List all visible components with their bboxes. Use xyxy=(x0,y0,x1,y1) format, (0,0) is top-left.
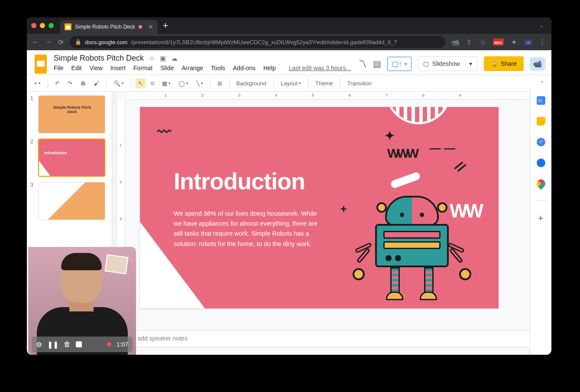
recording-dot-icon xyxy=(139,25,142,29)
reload-button[interactable]: ⟳ xyxy=(58,38,64,46)
maps-icon[interactable] xyxy=(535,178,547,190)
robot-arm-icon xyxy=(355,246,376,276)
browser-menu-icon[interactable]: ⋮ xyxy=(538,38,546,46)
undo-button[interactable]: ↶ xyxy=(52,78,62,88)
thumbnail-row[interactable]: 3 xyxy=(30,182,108,220)
google-slides-logo-icon[interactable] xyxy=(33,54,49,75)
pause-button[interactable]: ❚❚ xyxy=(47,340,58,349)
tab-title: Simple Robots Pitch Deck xyxy=(75,24,135,30)
new-tab-button[interactable]: + xyxy=(163,20,168,31)
menu-view[interactable]: View xyxy=(90,65,103,71)
url-input[interactable]: 🔒 docs.google.com/presentation/d/1y7LSB2… xyxy=(70,36,445,48)
menu-edit[interactable]: Edit xyxy=(71,65,82,71)
slide-canvas[interactable]: 〰 ✦ — — WWW // + WW Introduction We spen… xyxy=(140,107,499,308)
menu-addons[interactable]: Add-ons xyxy=(233,65,256,71)
menu-file[interactable]: File xyxy=(54,65,64,71)
new-slide-button[interactable]: +▾ xyxy=(31,78,43,88)
star-icon[interactable]: ☆ xyxy=(149,55,155,62)
comments-icon[interactable]: ▤ xyxy=(373,58,381,69)
recording-indicator-icon xyxy=(107,342,111,347)
toolbar: +▾ ↶ ↷ 🖶 🖌 🔍▾ ↖ ⧈ ▦▾ ◯▾ ╲▾ ⊞ Background … xyxy=(27,75,551,92)
webcam-overlay[interactable]: ⚙ ❚❚ 🗑 1:07 xyxy=(28,247,136,355)
slide-title-text[interactable]: Introduction xyxy=(174,168,305,194)
collapse-toolbar-button[interactable]: ⌃ xyxy=(537,78,547,88)
squiggle-decoration: 〰 xyxy=(157,124,171,140)
thumbnail-row[interactable]: 1 Simple Robots Pitch Deck xyxy=(30,95,108,133)
slideshow-button[interactable]: ▢ Slideshow ▾ xyxy=(418,56,478,71)
thumbnail-slide-2[interactable]: Introduction xyxy=(38,139,105,177)
chevron-down-icon[interactable]: ▾ xyxy=(465,60,472,67)
bookmark-star-icon[interactable]: ☆ xyxy=(479,38,487,46)
delete-button[interactable]: 🗑 xyxy=(64,340,71,348)
select-tool-button[interactable]: ↖ xyxy=(136,78,146,88)
calendar-icon[interactable] xyxy=(537,96,545,105)
layout-button[interactable]: Layout▾ xyxy=(278,78,304,88)
menu-slide[interactable]: Slide xyxy=(160,65,174,71)
share-label: Share xyxy=(501,60,517,67)
keep-icon[interactable] xyxy=(537,117,545,126)
lock-icon: 🔒 xyxy=(491,60,498,67)
recording-controls: ⚙ ❚❚ 🗑 1:07 xyxy=(32,337,133,352)
add-addon-button[interactable]: + xyxy=(538,213,544,224)
transition-button[interactable]: Transition xyxy=(345,78,375,88)
thumbnail-number: 3 xyxy=(30,182,36,220)
camera-permission-icon[interactable]: 📹 xyxy=(451,38,459,46)
tabs-dropdown-icon[interactable]: ⌄ xyxy=(539,23,544,29)
background-button[interactable]: Background xyxy=(234,78,269,88)
thumbnail-slide-3[interactable] xyxy=(38,182,105,220)
present-button[interactable]: ▢↑ ▾ xyxy=(387,57,412,71)
address-bar: ← → ⟳ 🔒 docs.google.com/presentation/d/1… xyxy=(27,34,551,50)
slideshow-label: Slideshow xyxy=(432,60,460,67)
window-minimize-icon[interactable] xyxy=(40,23,45,28)
share-page-icon[interactable]: ⇧ xyxy=(465,38,473,46)
textbox-button[interactable]: ⧈ xyxy=(148,78,157,88)
window-maximize-icon[interactable] xyxy=(49,23,54,28)
window-close-icon[interactable] xyxy=(31,23,36,28)
zoom-button[interactable]: 🔍▾ xyxy=(111,78,126,88)
image-button[interactable]: ▦▾ xyxy=(159,78,173,88)
plus-decoration: + xyxy=(340,202,347,216)
theme-button[interactable]: Theme xyxy=(313,78,335,88)
shape-button[interactable]: ◯▾ xyxy=(176,78,191,88)
move-icon[interactable]: ▣ xyxy=(160,55,166,62)
menu-help[interactable]: Help xyxy=(263,65,276,71)
forward-button[interactable]: → xyxy=(45,38,52,46)
robot-ear-icon xyxy=(376,202,387,213)
rec-extension-icon[interactable]: REC xyxy=(493,39,504,45)
tab-close-icon[interactable]: ✕ xyxy=(148,23,153,30)
back-button[interactable]: ← xyxy=(32,38,39,46)
comment-button[interactable]: ⊞ xyxy=(215,78,225,88)
cloud-status-icon[interactable]: ☁ xyxy=(171,55,178,62)
menu-insert[interactable]: Insert xyxy=(110,65,126,71)
browser-tab[interactable]: Simple Robots Pitch Deck ✕ xyxy=(60,20,158,34)
activity-icon[interactable]: 〽 xyxy=(358,59,367,69)
document-title[interactable]: Simple Robots Pitch Deck xyxy=(54,54,144,63)
traffic-lights xyxy=(31,23,54,28)
robot-body-icon xyxy=(375,224,449,267)
thumbnail-row[interactable]: 2 Introduction xyxy=(30,139,108,177)
robot-leg-icon xyxy=(390,267,400,293)
thumbnail-slide-1[interactable]: Simple Robots Pitch Deck xyxy=(38,95,105,133)
redo-button[interactable]: ↷ xyxy=(65,78,75,88)
side-panel: + xyxy=(530,88,551,355)
paint-format-button[interactable]: 🖌 xyxy=(91,78,102,88)
plus-decoration: ✦ xyxy=(385,129,395,143)
stop-button[interactable] xyxy=(76,341,82,347)
menu-bar: File Edit View Insert Format Slide Arran… xyxy=(54,65,358,71)
share-button[interactable]: 🔒 Share xyxy=(484,56,524,71)
camera-extension-icon[interactable]: 📹 xyxy=(524,39,532,45)
speaker-notes-area[interactable]: k to add speaker notes xyxy=(117,330,551,347)
menu-tools[interactable]: Tools xyxy=(211,65,225,71)
menu-format[interactable]: Format xyxy=(133,65,152,71)
line-button[interactable]: ╲▾ xyxy=(194,78,206,88)
menu-arrange[interactable]: Arrange xyxy=(181,65,203,71)
extensions-icon[interactable]: ✦ xyxy=(510,38,518,46)
contacts-icon[interactable] xyxy=(537,159,545,167)
print-button[interactable]: 🖶 xyxy=(78,78,88,88)
app-header: Simple Robots Pitch Deck ☆ ▣ ☁ File Edit… xyxy=(27,50,551,75)
last-edit-link[interactable]: Last edit was 3 hours... xyxy=(289,65,351,71)
camera-button[interactable]: 📹 xyxy=(530,57,545,71)
robot-ear-icon xyxy=(437,202,447,213)
tasks-icon[interactable] xyxy=(537,138,545,146)
settings-icon[interactable]: ⚙ xyxy=(36,340,42,349)
